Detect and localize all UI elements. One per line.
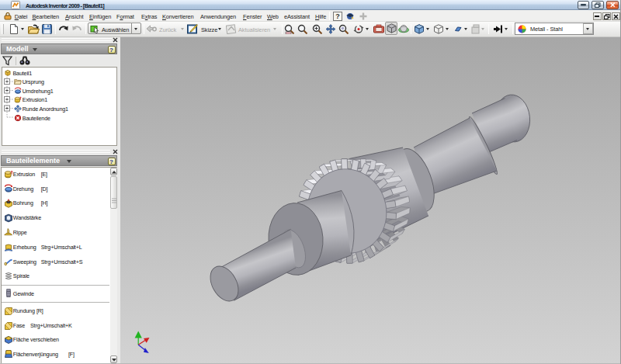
- svg-text:?: ?: [335, 12, 339, 20]
